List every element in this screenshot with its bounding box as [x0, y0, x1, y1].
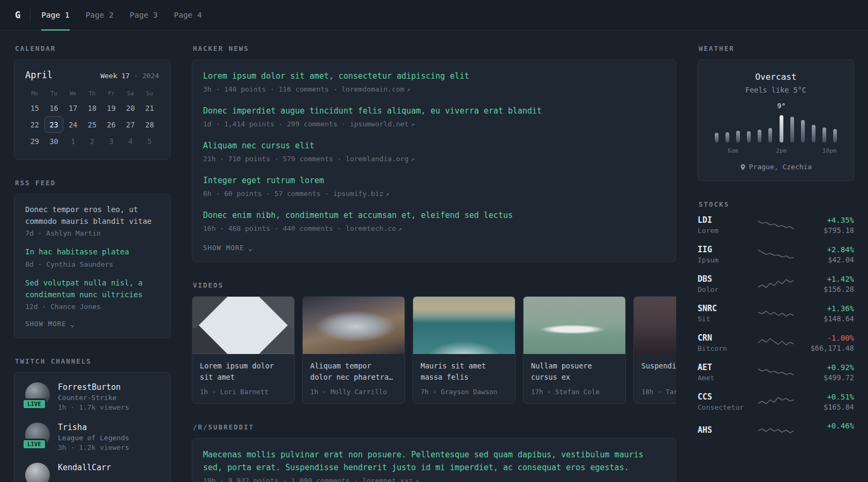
rss-item-link[interactable]: Sed volutpat nulla nisl, a condimentum n… — [25, 277, 159, 300]
rss-item: Sed volutpat nulla nisl, a condimentum n… — [25, 277, 159, 311]
stock-ticker: AHS — [698, 425, 753, 435]
weather-bar — [830, 114, 841, 142]
external-link-icon: ↗ — [411, 155, 415, 163]
hackernews-item-link[interactable]: Donec enim nibh, condimentum et accumsan… — [203, 209, 665, 222]
stock-row[interactable]: AETAmet +0.92%$499.72 — [698, 363, 854, 382]
subreddit-widget-title: /R/SUBREDDIT — [193, 423, 676, 431]
stock-price: $156.28 — [798, 285, 854, 293]
video-card[interactable]: Mauris sit amet massa felis 7h · Grayson… — [413, 296, 515, 404]
rss-item-link[interactable]: Donec tempor eros leo, ut commodo mauris… — [25, 204, 159, 227]
stock-sparkline — [758, 394, 794, 409]
stock-price: $795.18 — [798, 226, 854, 235]
calendar-day: 30 — [44, 133, 64, 149]
hackernews-item-link[interactable]: Integer eget rutrum lorem — [203, 174, 665, 187]
rss-item-meta: 8d · Cynthia Saunders — [25, 260, 159, 268]
stock-sparkline — [758, 335, 794, 350]
rss-item: In hac habitasse platea 8d · Cynthia Sau… — [25, 246, 159, 268]
calendar-day-header: Tu — [44, 90, 64, 96]
video-thumbnail — [413, 297, 515, 354]
weather-bar — [754, 114, 765, 142]
video-meta: 7h · Grayson Dawson — [421, 388, 507, 396]
hackernews-item-link[interactable]: Aliquam nec cursus elit — [203, 139, 665, 152]
video-card[interactable]: Lorem ipsum dolor sit amet consectetu… 1… — [192, 296, 295, 404]
subreddit-widget: /R/SUBREDDIT Maecenas mollis pulvinar er… — [192, 423, 676, 482]
stock-row[interactable]: AHS +0.46% — [698, 421, 854, 440]
hackernews-item: Aliquam nec cursus elit 21h · 710 points… — [203, 139, 665, 163]
live-badge: LIVE — [22, 439, 47, 450]
twitch-channel-info: KendallCarr — [58, 463, 111, 482]
rss-item-meta: 7d · Ashlyn Martin — [25, 229, 159, 237]
stock-name: Amet — [698, 374, 753, 382]
video-card[interactable]: Suspendisse diam 18h · Tara — [633, 296, 676, 404]
tab-page-1[interactable]: Page 1 — [41, 0, 69, 30]
app-logo[interactable]: G — [15, 10, 20, 20]
stock-ticker: CCS — [698, 392, 753, 402]
hackernews-widget-title: HACKER NEWS — [193, 44, 676, 52]
calendar-day: 19 — [102, 100, 121, 116]
stock-sparkline — [758, 424, 794, 439]
hackernews-item-link[interactable]: Lorem ipsum dolor sit amet, consectetur … — [203, 70, 665, 82]
twitch-channel-info: ForrestBurton Counter-Strike 1h · 1.7k v… — [58, 382, 129, 411]
video-card[interactable]: Aliquam tempor dolor nec pharetra… 1h · … — [302, 296, 405, 404]
twitch-channel-info: Trisha League of Legends 3h · 1.2k viewe… — [58, 423, 129, 451]
rss-item-link[interactable]: In hac habitasse platea — [25, 246, 159, 258]
rss-item: Donec tempor eros leo, ut commodo mauris… — [25, 204, 159, 237]
weather-bar — [776, 114, 787, 142]
hackernews-show-more-button[interactable]: SHOW MORE ⌄ — [203, 244, 665, 252]
stock-ticker: IIG — [698, 245, 753, 254]
weather-feels-like: Feels like 5°C — [709, 86, 843, 94]
hackernews-item: Donec enim nibh, condimentum et accumsan… — [203, 209, 665, 232]
calendar-day: 4 — [121, 133, 140, 149]
calendar-day: 17 — [63, 100, 83, 116]
tab-page-2[interactable]: Page 2 — [86, 0, 114, 30]
stock-sparkline — [758, 276, 794, 291]
weather-bar — [787, 114, 797, 142]
hackernews-item: Donec imperdiet augue tincidunt felis al… — [203, 104, 665, 128]
rss-show-more-button[interactable]: SHOW MORE ⌄ — [25, 320, 159, 328]
calendar-day-selected: 23 — [44, 116, 64, 133]
subreddit-post-link[interactable]: Maecenas mollis pulvinar erat non posuer… — [203, 448, 665, 474]
calendar-day-header: Mo — [25, 90, 44, 96]
twitch-channel-row[interactable]: KendallCarr — [25, 463, 159, 482]
weather-location-text: Prague, Czechia — [749, 163, 812, 171]
tab-page-4[interactable]: Page 4 — [174, 0, 201, 30]
video-title: Suspendisse diam — [641, 360, 676, 383]
stock-row[interactable]: DBSDolor +1.42%$156.28 — [698, 274, 854, 293]
stock-row[interactable]: SNRCSit +1.36%$148.64 — [698, 304, 854, 323]
stock-change: +0.92% — [798, 363, 854, 372]
video-meta: 17h · Stefan Cole — [531, 388, 618, 396]
divider — [30, 9, 31, 21]
video-title: Mauris sit amet massa felis — [421, 360, 507, 383]
calendar-day: 24 — [63, 116, 83, 133]
stock-change: +1.42% — [798, 275, 854, 283]
page-tabs: Page 1 Page 2 Page 3 Page 4 — [41, 0, 202, 30]
weather-bar — [744, 114, 754, 142]
calendar-day-header: Su — [140, 90, 159, 96]
stock-sparkline — [758, 365, 794, 380]
video-card[interactable]: Nullam posuere cursus ex 17h · Stefan Co… — [523, 296, 626, 404]
stock-row[interactable]: CRNBitcorn -1.00%$66,171.48 — [698, 333, 854, 352]
stock-name: Consectetur — [698, 403, 753, 411]
location-pin-icon — [740, 163, 746, 171]
twitch-channel-row[interactable]: LIVE Trisha League of Legends 3h · 1.2k … — [25, 423, 159, 451]
subreddit-post-meta: 19h · 9,932 points · 1,090 comments · lo… — [203, 477, 665, 482]
calendar-day: 15 — [25, 100, 44, 116]
rss-widget: RSS FEED Donec tempor eros leo, ut commo… — [14, 179, 170, 338]
hackernews-item-link[interactable]: Donec imperdiet augue tincidunt felis al… — [203, 104, 665, 117]
hackernews-widget: HACKER NEWS Lorem ipsum dolor sit amet, … — [192, 44, 676, 262]
calendar-day: 25 — [83, 116, 102, 133]
stock-ticker: AET — [698, 363, 753, 372]
stock-row[interactable]: IIGIpsum +2.84%$42.04 — [698, 245, 854, 264]
stocks-widget-title: STOCKS — [699, 200, 854, 208]
weather-tick: 6am — [728, 147, 738, 154]
rss-item-meta: 12d · Chance Jones — [25, 303, 159, 311]
tab-page-3[interactable]: Page 3 — [130, 0, 158, 30]
stock-row[interactable]: CCSConsectetur +0.51%$165.84 — [698, 392, 854, 411]
stock-row[interactable]: LDILorem +4.35%$795.18 — [698, 215, 854, 235]
chevron-down-icon: ⌄ — [248, 245, 253, 251]
twitch-channel-row[interactable]: LIVE ForrestBurton Counter-Strike 1h · 1… — [25, 382, 159, 411]
live-badge: LIVE — [22, 398, 47, 410]
weather-location: Prague, Czechia — [709, 163, 843, 171]
twitch-channel-meta: 1h · 1.7k viewers — [58, 403, 129, 411]
videos-widget-title: VIDEOS — [193, 281, 676, 289]
